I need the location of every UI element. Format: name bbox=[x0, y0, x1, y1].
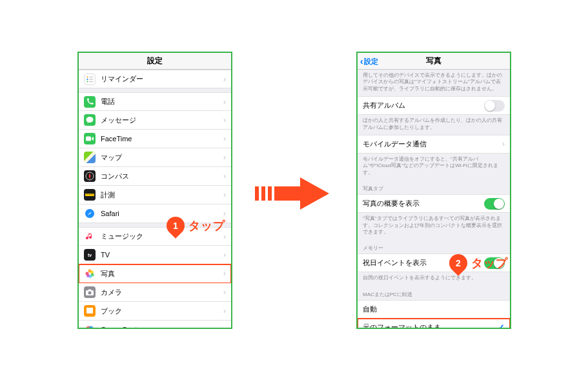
title-text: 写真 bbox=[426, 55, 441, 66]
photos-settings-screen: ‹ 設定 写真 用してその他のデバイスで表示できるようにします。ほかのデバイスか… bbox=[356, 52, 511, 329]
row-label: 電話 bbox=[101, 97, 223, 106]
svg-rect-23 bbox=[88, 290, 91, 291]
tv-icon: tv bbox=[84, 249, 96, 261]
svg-point-22 bbox=[88, 292, 92, 295]
svg-point-6 bbox=[86, 117, 94, 123]
music-icon bbox=[84, 231, 96, 243]
row-gamecenter[interactable]: Game Center › bbox=[79, 321, 231, 329]
row-label: FaceTime bbox=[101, 135, 223, 143]
callout-2: 2 タップ bbox=[449, 254, 508, 272]
row-label: 共有アルバム bbox=[363, 101, 484, 110]
row-facetime[interactable]: FaceTime › bbox=[79, 130, 231, 148]
holiday-note: 自国の祝日イベントを表示するようにできます。 bbox=[358, 272, 510, 285]
row-phone[interactable]: 電話 › bbox=[79, 92, 231, 111]
callout-text: タップ bbox=[471, 254, 508, 271]
svg-rect-4 bbox=[89, 79, 93, 79]
settings-group-1: リマインダー › bbox=[79, 70, 231, 88]
callout-1: 1 タップ bbox=[167, 217, 225, 235]
svg-point-27 bbox=[89, 329, 94, 330]
reminders-icon bbox=[84, 74, 96, 85]
row-label: 写真 bbox=[101, 269, 223, 279]
compass-icon bbox=[84, 170, 96, 182]
toggle-summary[interactable] bbox=[484, 198, 505, 210]
row-camera[interactable]: カメラ › bbox=[79, 283, 231, 302]
section-transfer: MACまたはPCに転送 bbox=[358, 286, 510, 300]
row-label: メッセージ bbox=[101, 115, 223, 125]
row-maps[interactable]: マップ › bbox=[79, 148, 231, 167]
arrow-icon bbox=[255, 171, 332, 216]
chevron-right-icon: › bbox=[223, 115, 226, 124]
svg-rect-28 bbox=[255, 186, 259, 201]
mobile-note: モバイルデータ通信をオフにすると、"共有アルバム"や"iCloud写真"などのア… bbox=[358, 154, 510, 180]
row-messages[interactable]: メッセージ › bbox=[79, 111, 231, 130]
row-compass[interactable]: コンパス › bbox=[79, 167, 231, 186]
chevron-right-icon: › bbox=[223, 306, 226, 315]
svg-point-0 bbox=[86, 76, 88, 77]
svg-point-26 bbox=[88, 329, 92, 330]
row-label: TV bbox=[101, 251, 223, 259]
svg-rect-5 bbox=[89, 81, 93, 81]
back-label: 設定 bbox=[364, 57, 378, 66]
chevron-right-icon: › bbox=[223, 190, 226, 199]
gamecenter-icon bbox=[84, 324, 96, 329]
svg-rect-30 bbox=[268, 186, 272, 201]
svg-point-20 bbox=[86, 272, 89, 275]
row-tv[interactable]: tv TV › bbox=[79, 246, 231, 264]
phone-icon bbox=[84, 96, 96, 108]
checkmark-icon: ✓ bbox=[498, 322, 505, 329]
row-label: マップ bbox=[101, 153, 223, 163]
back-button[interactable]: ‹ 設定 bbox=[360, 53, 378, 70]
callout-text: タップ bbox=[188, 217, 225, 233]
row-measure[interactable]: 計測 › bbox=[79, 186, 231, 204]
row-label: カメラ bbox=[101, 288, 223, 297]
row-label: 写真の概要を表示 bbox=[363, 199, 484, 208]
settings-screen: 設定 リマインダー › 電話 › メ bbox=[77, 52, 232, 329]
row-auto[interactable]: 自動 bbox=[358, 300, 510, 319]
chevron-right-icon: › bbox=[223, 325, 226, 329]
row-label: コンパス bbox=[101, 172, 223, 181]
photos-title-bar: ‹ 設定 写真 bbox=[358, 53, 510, 70]
callout-badge: 2 bbox=[445, 250, 471, 276]
chevron-right-icon: › bbox=[223, 97, 226, 106]
row-mobile-data[interactable]: モバイルデータ通信 › bbox=[358, 135, 510, 154]
svg-point-1 bbox=[86, 78, 88, 79]
chevron-right-icon: › bbox=[223, 134, 226, 143]
svg-rect-7 bbox=[86, 137, 91, 141]
row-photos[interactable]: 写真 › bbox=[79, 264, 231, 283]
chevron-right-icon: › bbox=[223, 153, 226, 162]
svg-rect-29 bbox=[261, 186, 265, 201]
row-label: 元のフォーマットのまま bbox=[363, 322, 498, 329]
section-photo-tab: 写真タブ bbox=[358, 180, 510, 194]
safari-icon bbox=[84, 208, 96, 219]
chevron-right-icon: › bbox=[223, 269, 226, 278]
chevron-right-icon: › bbox=[223, 172, 226, 181]
row-label: 計測 bbox=[101, 190, 223, 200]
settings-group-2: 電話 › メッセージ › FaceTime › マップ bbox=[79, 92, 231, 223]
svg-rect-3 bbox=[89, 76, 93, 77]
toggle-shared-album[interactable] bbox=[484, 100, 505, 112]
row-shared-album[interactable]: 共有アルバム bbox=[358, 96, 510, 115]
chevron-right-icon: › bbox=[223, 250, 226, 259]
svg-rect-31 bbox=[274, 186, 300, 201]
row-label: 自動 bbox=[363, 304, 505, 314]
messages-icon bbox=[84, 114, 96, 126]
header-note: 用してその他のデバイスで表示できるようにします。ほかのデバイスからの写真は"マイ… bbox=[358, 70, 510, 96]
row-reminders[interactable]: リマインダー › bbox=[79, 70, 231, 88]
chevron-left-icon: ‹ bbox=[360, 56, 363, 66]
row-books[interactable]: ブック › bbox=[79, 302, 231, 321]
photos-icon bbox=[84, 268, 96, 279]
measure-icon bbox=[84, 189, 96, 201]
title-text: 設定 bbox=[147, 55, 163, 66]
settings-title: 設定 bbox=[79, 53, 231, 70]
books-icon bbox=[84, 305, 96, 317]
row-summary[interactable]: 写真の概要を表示 bbox=[358, 194, 510, 213]
settings-group-3: ミュージック › tv TV › bbox=[79, 227, 231, 329]
chevron-right-icon: › bbox=[502, 139, 505, 148]
svg-point-2 bbox=[86, 81, 88, 82]
chevron-right-icon: › bbox=[223, 75, 226, 84]
maps-icon bbox=[84, 152, 96, 163]
row-original-format[interactable]: 元のフォーマットのまま ✓ bbox=[358, 319, 510, 329]
camera-icon bbox=[84, 286, 96, 298]
svg-marker-32 bbox=[300, 177, 329, 210]
shared-note: ほかの人と共有するアルバムを作成したり、ほかの人の共有アルバムに参加したりします… bbox=[358, 115, 510, 135]
